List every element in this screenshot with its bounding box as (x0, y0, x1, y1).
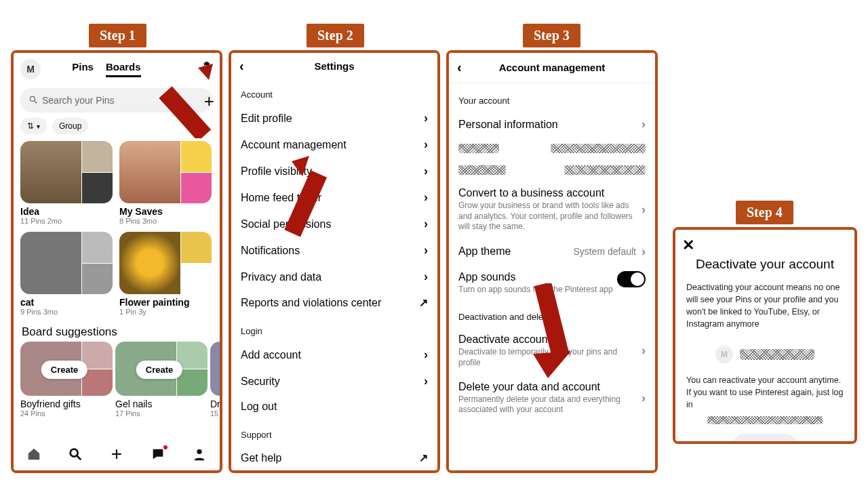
chevron-right-icon: › (424, 348, 428, 362)
svg-marker-10 (533, 351, 571, 378)
profile-row: M (675, 346, 854, 363)
chevron-right-icon: › (642, 203, 646, 217)
tab-pins[interactable]: Pins (72, 61, 94, 77)
create-button[interactable]: Create (136, 361, 182, 379)
toggle-switch[interactable] (617, 271, 646, 287)
boards-grid: Idea 11 Pins 2mo My Saves 8 Pins 3mo cat… (14, 137, 220, 320)
tab-boards[interactable]: Boards (106, 61, 141, 77)
chevron-right-icon: › (424, 217, 428, 231)
chevron-right-icon: › (424, 270, 428, 284)
svg-point-2 (71, 449, 78, 457)
board-item[interactable]: My Saves 8 Pins 3mo (119, 141, 212, 225)
settings-security[interactable]: Security› (231, 368, 437, 394)
board-item[interactable]: Idea 11 Pins 2mo (20, 141, 113, 225)
step-label-1: Step 1 (89, 24, 146, 47)
settings-privacy-data[interactable]: Privacy and data› (231, 264, 437, 290)
chevron-right-icon: › (642, 344, 646, 358)
settings-reports-violations[interactable]: Reports and violations center↗ (231, 290, 437, 315)
step-label-2: Step 2 (307, 24, 364, 47)
svg-marker-5 (198, 64, 213, 80)
group-chip[interactable]: Group (52, 118, 88, 134)
close-icon[interactable]: ✕ (682, 237, 694, 254)
sort-chip[interactable]: ⇅▾ (20, 118, 47, 134)
redacted-row (449, 138, 655, 159)
settings-add-account[interactable]: Add account› (231, 342, 437, 368)
settings-log-out[interactable]: Log out (231, 394, 437, 419)
board-item[interactable]: Flower painting 1 Pin 3y (119, 232, 212, 316)
back-icon[interactable]: ‹ (457, 60, 462, 75)
avatar[interactable]: M (20, 59, 41, 79)
chevron-right-icon: › (642, 245, 646, 259)
deactivate-title: Deactivate your account (675, 257, 854, 272)
page-title: Account management (499, 62, 606, 73)
step-label-4: Step 4 (736, 201, 793, 224)
search-icon (28, 95, 38, 106)
chevron-right-icon: › (642, 391, 646, 405)
chevron-right-icon: › (424, 138, 428, 152)
settings-get-help[interactable]: Get help↗ (231, 445, 437, 470)
convert-business[interactable]: Convert to a business account Grow your … (449, 181, 655, 239)
external-link-icon: ↗ (419, 296, 428, 309)
create-button[interactable]: Create (41, 361, 87, 379)
step-label-3: Step 3 (523, 24, 580, 47)
redacted-row (449, 159, 655, 181)
chevron-right-icon: › (424, 164, 428, 178)
section-your-account: Your account (449, 85, 655, 111)
search-nav-icon[interactable] (68, 447, 83, 462)
step3-screen: ‹ Account management Your account Person… (446, 50, 658, 473)
settings-edit-profile[interactable]: Edit profile› (231, 105, 437, 131)
back-icon[interactable]: ‹ (239, 58, 244, 74)
chevron-right-icon: › (424, 111, 428, 125)
search-placeholder: Search your Pins (42, 95, 115, 106)
chevron-right-icon: › (424, 374, 428, 388)
chevron-right-icon: › (642, 117, 646, 131)
profile-nav-icon[interactable] (192, 447, 207, 462)
external-link-icon: ↗ (419, 451, 428, 464)
chat-icon[interactable] (151, 447, 165, 462)
svg-point-4 (197, 449, 201, 454)
arrow-step3 (524, 283, 585, 378)
step2-screen: ‹ Settings Account Edit profile› Account… (229, 50, 440, 473)
suggestions-title: Board suggestions (14, 320, 220, 342)
settings-account-management[interactable]: Account management› (231, 131, 437, 158)
delete-account[interactable]: Delete your data and account Permanently… (449, 375, 655, 422)
svg-marker-7 (292, 156, 309, 176)
suggestion-item[interactable]: Create Boyfriend gifts 24 Pins (20, 342, 108, 418)
svg-line-3 (77, 456, 81, 460)
settings-notifications[interactable]: Notifications› (231, 237, 437, 264)
page-title: Settings (314, 60, 354, 72)
arrow-step2 (279, 156, 347, 237)
svg-rect-6 (159, 86, 211, 138)
svg-point-0 (30, 96, 35, 101)
bottom-nav: + (14, 438, 220, 470)
personal-information[interactable]: Personal information› (449, 111, 655, 138)
section-account: Account (231, 79, 437, 105)
section-login: Login (231, 315, 437, 342)
suggestion-item[interactable]: Create Gel nails 17 Pins (115, 342, 203, 418)
svg-rect-8 (284, 170, 327, 237)
section-support: Support (231, 419, 437, 445)
suggestion-item[interactable]: Drea 15 Pi (210, 342, 220, 418)
app-theme[interactable]: App theme System default› (449, 239, 655, 265)
continue-button[interactable]: Continue (732, 434, 797, 444)
chevron-right-icon: › (424, 243, 428, 258)
svg-rect-9 (534, 283, 570, 359)
board-item[interactable]: cat 9 Pins 3mo (20, 232, 113, 316)
svg-line-1 (35, 100, 37, 103)
deactivate-body-2: You can reactivate your account anytime.… (675, 374, 854, 420)
deactivate-body-1: Deactivating your account means no one w… (675, 272, 854, 340)
arrow-step1 (145, 64, 213, 138)
step4-screen: ✕ Deactivate your account Deactivating y… (673, 227, 857, 444)
home-icon[interactable] (26, 447, 41, 462)
add-nav-icon[interactable]: + (109, 447, 124, 462)
chevron-down-icon: ▾ (37, 123, 40, 130)
chevron-right-icon: › (424, 190, 428, 205)
